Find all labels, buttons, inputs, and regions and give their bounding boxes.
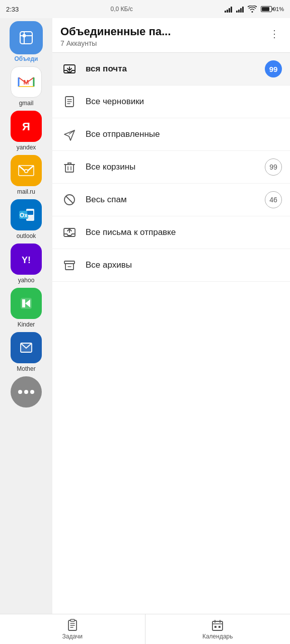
menu-item-drafts[interactable]: Все черновики	[52, 86, 290, 118]
mailru-icon	[11, 155, 42, 186]
svg-rect-17	[65, 165, 74, 172]
sidebar-item-outlook[interactable]: Ox outlook	[4, 199, 49, 239]
status-bar: 2:33 0,0 КБ/с	[0, 0, 290, 18]
sidebar-item-unified[interactable]: Объеди	[4, 22, 49, 62]
mother-icon	[11, 332, 42, 363]
calendar-label: Календарь	[202, 633, 233, 640]
more-button[interactable]: ⋮	[267, 26, 282, 41]
sidebar-item-yahoo[interactable]: Y! yahoo	[4, 244, 49, 284]
yahoo-icon: Y!	[11, 244, 42, 275]
panel-header: Объединенные па... 7 Аккаунты ⋮	[52, 18, 290, 53]
sidebar-item-mailru[interactable]: mail.ru	[4, 155, 49, 195]
spam-icon	[60, 191, 79, 209]
sent-label: Все отправленные	[86, 129, 282, 139]
status-time: 2:33	[6, 6, 19, 13]
mailru-label: mail.ru	[17, 188, 35, 195]
gmail-label: gmail	[19, 100, 34, 107]
svg-text:Я: Я	[22, 120, 30, 133]
gmail-icon: M	[11, 66, 42, 98]
menu-item-sent[interactable]: Все отправленные	[52, 118, 290, 151]
trash-label: Все корзины	[86, 162, 265, 172]
unified-label: Объеди	[14, 55, 38, 62]
svg-rect-0	[20, 32, 32, 44]
svg-text:M: M	[24, 78, 29, 86]
svg-text:Y!: Y!	[22, 255, 31, 265]
svg-text:Ox: Ox	[20, 212, 28, 219]
svg-rect-24	[70, 619, 75, 621]
wifi-icon	[248, 6, 257, 13]
outbox-icon	[60, 223, 79, 242]
drafts-label: Все черновики	[86, 97, 282, 107]
svg-rect-26	[214, 626, 216, 628]
inbox-badge: 99	[265, 60, 282, 77]
network-speed: 0,0 КБ/с	[111, 6, 133, 13]
inbox-icon	[60, 60, 79, 78]
kinder-label: Kinder	[18, 321, 35, 328]
sidebar-item-gmail[interactable]: M gmail	[4, 66, 49, 107]
svg-point-6	[25, 170, 28, 173]
sent-icon	[60, 125, 79, 143]
bottom-nav: Задачи Календарь	[0, 614, 290, 644]
panel-title: Объединенные па...	[60, 25, 171, 38]
menu-item-spam[interactable]: Весь спам 46	[52, 184, 290, 216]
mother-label: Mother	[17, 365, 35, 372]
battery-icon: 91%	[261, 6, 284, 12]
drafts-icon	[60, 93, 79, 111]
svg-rect-27	[219, 626, 221, 628]
spam-badge: 46	[265, 191, 282, 208]
status-icons: 91%	[225, 6, 284, 13]
calendar-icon	[211, 619, 224, 632]
spam-label: Весь спам	[86, 195, 265, 205]
unified-icon	[11, 22, 42, 53]
battery-percentage: 91%	[273, 6, 284, 12]
menu-item-archive[interactable]: Все архивы	[52, 249, 290, 282]
outbox-label: Все письма к отправке	[86, 227, 282, 237]
sidebar-item-kinder[interactable]: Kinder	[4, 288, 49, 328]
kinder-icon	[11, 288, 42, 319]
archive-icon	[60, 256, 79, 274]
inbox-label: вся почта	[86, 64, 265, 74]
svg-rect-10	[27, 211, 33, 215]
panel-subtitle: 7 Аккаунты	[60, 39, 171, 47]
menu-item-trash[interactable]: Все корзины 99	[52, 151, 290, 184]
nav-calendar[interactable]: Календарь	[145, 614, 291, 644]
sidebar-item-yandex[interactable]: Я yandex	[4, 111, 49, 151]
header-text: Объединенные па... 7 Аккаунты	[60, 25, 171, 47]
folder-menu-list: вся почта 99 Все черновики Все отправлен…	[52, 53, 290, 614]
outlook-icon: Ox	[11, 199, 42, 230]
sidebar-item-more[interactable]	[4, 376, 49, 410]
signal-icon-2	[236, 6, 244, 13]
archive-label: Все архивы	[86, 260, 282, 270]
trash-badge: 99	[265, 158, 282, 176]
yandex-icon: Я	[11, 111, 42, 142]
nav-tasks[interactable]: Задачи	[0, 614, 145, 644]
account-sidebar: Объеди M gmail Я yandex	[0, 18, 52, 614]
tasks-label: Задачи	[62, 633, 83, 640]
menu-item-outbox[interactable]: Все письма к отправке	[52, 216, 290, 249]
svg-line-19	[66, 196, 73, 203]
yahoo-label: yahoo	[18, 277, 35, 284]
outlook-label: outlook	[17, 232, 36, 239]
sidebar-item-mother[interactable]: Mother	[4, 332, 49, 372]
trash-icon	[60, 158, 79, 176]
menu-item-inbox[interactable]: вся почта 99	[52, 53, 290, 86]
more-accounts-icon	[11, 376, 42, 408]
main-panel: Объединенные па... 7 Аккаунты ⋮ вся почт…	[52, 18, 290, 614]
yandex-label: yandex	[17, 144, 36, 151]
svg-rect-25	[212, 621, 223, 630]
svg-rect-1	[23, 34, 26, 37]
tasks-icon	[66, 619, 79, 632]
signal-icon-1	[225, 6, 232, 13]
